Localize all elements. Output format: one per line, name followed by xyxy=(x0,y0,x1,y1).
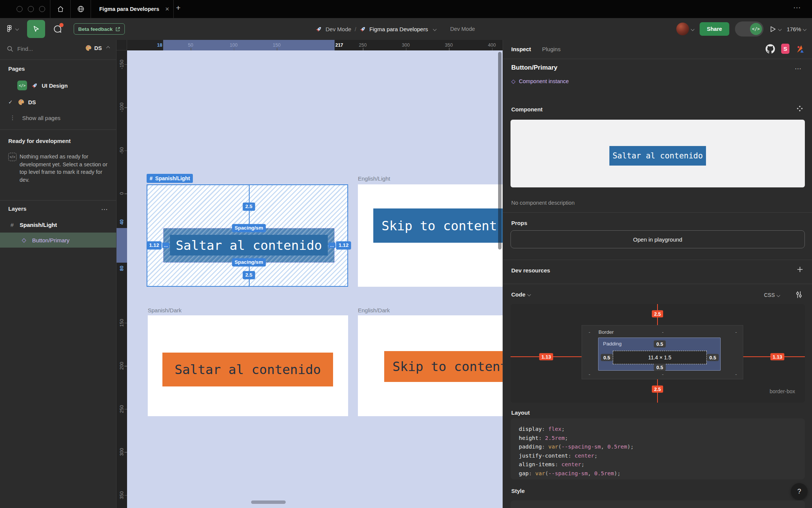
layers-title: Layers xyxy=(8,205,26,212)
figma-toolbar: Beta feedback Dev Mode / Figma para Deve… xyxy=(0,18,812,40)
frame-label-badge-spanish-light[interactable]: # Spanish/Light xyxy=(147,174,193,183)
measure-badge-spacing-bottom: Spacing/sm xyxy=(232,258,266,266)
kebab-icon: ⋮ xyxy=(10,114,15,121)
help-button[interactable]: ? xyxy=(791,483,807,500)
code-section-title: Code xyxy=(511,291,526,298)
component-description: No component description xyxy=(511,200,574,206)
chrome-overflow-menu[interactable]: ⋯ xyxy=(793,3,801,12)
chevron-down-icon xyxy=(691,27,695,31)
comment-tool-button[interactable] xyxy=(53,24,62,34)
account-menu[interactable] xyxy=(676,23,694,35)
globe-icon xyxy=(77,5,85,13)
github-icon[interactable] xyxy=(765,44,775,54)
canvas-horizontal-scrollbar[interactable] xyxy=(251,500,286,504)
add-dev-resource-button[interactable] xyxy=(796,266,804,273)
chevron-down-icon[interactable] xyxy=(433,27,437,31)
box-model-diagram: 2.5 1.13 1.13 - Border - - - - - Padding… xyxy=(511,304,805,403)
breadcrumb: Dev Mode / Figma para Developers Dev Mod… xyxy=(316,18,475,40)
tab-title: Figma para Developers xyxy=(99,6,159,12)
divider xyxy=(0,200,116,201)
tab-inspect[interactable]: Inspect xyxy=(511,46,531,52)
skip-button-spanish-dark[interactable]: Saltar al contenido xyxy=(162,353,333,386)
measure-badge-spacing-top: Spacing/sm xyxy=(232,224,266,232)
frame-label: Spanish/Light xyxy=(155,175,190,181)
zoom-menu[interactable]: 176% xyxy=(787,26,806,32)
find-bar[interactable]: Find... DS xyxy=(0,40,116,58)
avatar xyxy=(676,23,689,35)
border-dash: - xyxy=(735,371,737,377)
beta-feedback-button[interactable]: Beta feedback xyxy=(74,23,125,35)
layers-menu-button[interactable]: ⋯ xyxy=(101,205,108,213)
home-icon xyxy=(57,5,64,13)
browser-button[interactable] xyxy=(71,0,91,18)
traffic-light-close[interactable] xyxy=(17,6,23,12)
layout-code-block[interactable]: display: flex;height: 2.5rem;padding: va… xyxy=(511,418,805,479)
skip-button-spanish-light[interactable]: Saltar al contenido xyxy=(170,235,328,256)
breadcrumb-file-name[interactable]: Figma para Developers xyxy=(370,26,428,32)
plugin-icon[interactable] xyxy=(795,44,804,53)
divider xyxy=(0,59,116,60)
main-menu-button[interactable] xyxy=(5,24,18,33)
page-switcher[interactable]: DS xyxy=(85,45,109,51)
cursor-icon xyxy=(32,25,40,33)
frame-english-light[interactable]: Skip to content xyxy=(358,184,503,287)
tab-close-icon[interactable]: × xyxy=(165,5,170,13)
margin-left-badge: 1.13 xyxy=(539,353,553,360)
component-preview-button: Saltar al contenido xyxy=(609,146,706,166)
traffic-light-zoom[interactable] xyxy=(39,6,45,12)
canvas[interactable]: English/Light Skip to content Spanish/Da… xyxy=(117,40,503,508)
frame-english-dark[interactable]: Skip to content xyxy=(358,315,503,416)
skip-button-english-light[interactable]: Skip to content xyxy=(373,208,503,243)
open-in-playground-button[interactable]: Open in playground xyxy=(511,230,805,248)
show-all-pages-label: Show all pages xyxy=(22,115,61,121)
measure-badge-gap-bottom: 2.5 xyxy=(243,271,255,279)
home-button[interactable] xyxy=(50,0,70,18)
measure-badge-side-left: 1.12 xyxy=(147,241,162,249)
canvas-vertical-scrollbar[interactable] xyxy=(498,52,501,249)
code-settings-icon[interactable] xyxy=(795,291,803,299)
browser-tab-bar: Figma para Developers × + ⋯ xyxy=(0,0,812,18)
rocket-icon xyxy=(360,26,366,32)
selection-type: ◇ Component instance xyxy=(511,78,569,84)
storybook-icon[interactable]: S xyxy=(781,44,789,54)
tab-plugins[interactable]: Plugins xyxy=(542,46,561,52)
traffic-light-minimize[interactable] xyxy=(28,6,34,12)
code-language-select[interactable]: CSS xyxy=(764,292,780,298)
selection-menu-button[interactable]: ⋯ xyxy=(795,65,801,73)
skip-button-english-dark[interactable]: Skip to content xyxy=(384,351,503,382)
sidebar-item-ds-current[interactable]: ✓ DS xyxy=(0,96,116,108)
dev-resources-header: Dev resources xyxy=(511,267,550,274)
padding-left-badge: 0.5 xyxy=(601,354,613,361)
page-label: UI Design xyxy=(42,82,68,89)
divider xyxy=(503,284,812,284)
search-icon xyxy=(7,46,14,52)
layer-row-frame[interactable]: # Spanish/Light xyxy=(0,217,116,232)
frame-label-english-light[interactable]: English/Light xyxy=(358,175,390,182)
share-button[interactable]: Share xyxy=(700,22,729,36)
left-sidebar: Find... DS Pages </> UI Design ✓ DS ⋮ Sh… xyxy=(0,40,117,508)
code-section-header[interactable]: Code xyxy=(511,291,530,298)
figma-logo-icon xyxy=(5,24,14,33)
frame-label-english-dark[interactable]: English/Dark xyxy=(358,307,390,313)
border-dash: - xyxy=(662,329,664,335)
layer-row-instance-selected[interactable]: ◇ Button/Primary xyxy=(0,233,116,248)
component-icon[interactable] xyxy=(797,105,803,112)
zoom-level: 176% xyxy=(787,26,801,32)
find-input[interactable]: Find... xyxy=(17,46,33,52)
new-tab-button[interactable]: + xyxy=(176,3,180,12)
frame-label-spanish-dark[interactable]: Spanish/Dark xyxy=(148,307,182,313)
dev-mode-toggle[interactable]: </> xyxy=(735,21,764,37)
select-tool-button[interactable] xyxy=(27,20,45,38)
content-size-box[interactable]: 11.4 × 1.5 xyxy=(613,351,707,364)
present-button[interactable] xyxy=(769,26,781,33)
component-instance-icon: ◇ xyxy=(511,78,515,84)
palette-icon xyxy=(85,45,92,51)
browser-tab-active[interactable]: Figma para Developers × xyxy=(91,0,173,18)
divider xyxy=(173,0,174,18)
show-all-pages-button[interactable]: ⋮ Show all pages xyxy=(0,111,116,124)
breadcrumb-team[interactable]: Dev Mode xyxy=(326,26,351,32)
style-code-block[interactable]: background: var(--color-accent, #006CAC)… xyxy=(511,500,805,508)
frame-spanish-dark[interactable]: Saltar al contenido xyxy=(148,315,348,416)
box-sizing-label: border-box xyxy=(770,388,795,394)
sidebar-item-ui-design[interactable]: </> UI Design xyxy=(0,79,116,92)
